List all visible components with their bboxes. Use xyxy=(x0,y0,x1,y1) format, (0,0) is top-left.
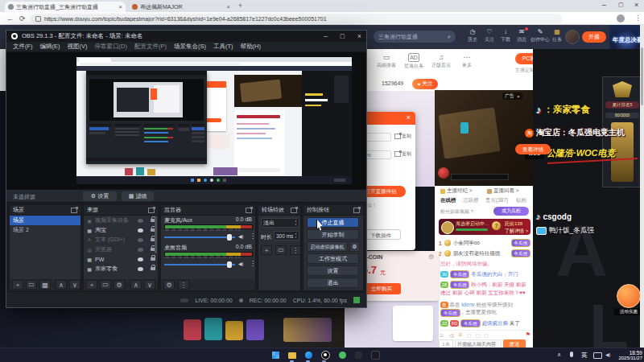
lock-icon[interactable] xyxy=(151,267,155,270)
chat-tab-vip[interactable]: 贵宾(387) xyxy=(485,197,508,204)
source-filters-button[interactable]: ▩ 滤镜 xyxy=(122,191,154,201)
remove-scene-button[interactable]: ▭ xyxy=(26,280,37,290)
tab-delta-live[interactable]: 三角洲行动直播_三角洲行动直播 × xyxy=(5,2,126,12)
source-row-text[interactable]: A 文本 (GDI+) xyxy=(84,235,158,245)
chat-input[interactable] xyxy=(455,339,502,348)
mixer-settings-button[interactable]: ⚙ xyxy=(163,280,175,290)
panel-icon[interactable]: ▢ xyxy=(476,332,481,338)
menu-scene-collection[interactable]: 场景集合(S) xyxy=(174,43,206,51)
menu-edit[interactable]: 编辑(E) xyxy=(40,43,60,51)
start-button[interactable] xyxy=(272,352,279,359)
source-row-snack[interactable]: ▦ 亲家零食 xyxy=(84,264,158,274)
obs-maximize-icon[interactable]: ▢ xyxy=(340,33,345,39)
go-live-button[interactable]: 开播 xyxy=(582,31,606,43)
file-explorer-icon[interactable] xyxy=(288,352,296,359)
source-up-button[interactable]: ∧ xyxy=(130,280,142,290)
slider-handle[interactable] xyxy=(227,234,232,241)
mixer-options-button[interactable]: ⋮ xyxy=(178,280,189,290)
clock[interactable]: 18:59 2025/11/27 xyxy=(615,350,642,361)
tab-budapest-major[interactable]: 布达佩斯MAJOR × xyxy=(129,2,233,12)
menu-profile[interactable]: 配置文件(P) xyxy=(134,43,167,51)
source-row-capture-device[interactable]: ▣ 视频采集设备 xyxy=(84,216,158,225)
stop-streaming-button[interactable]: 停止直播 xyxy=(307,217,359,228)
chat-link-agency[interactable]: 主播经纪 > xyxy=(440,187,473,195)
crown-icon[interactable]: ♕ xyxy=(458,331,463,338)
input-language[interactable]: 英 xyxy=(581,352,588,360)
app-icon[interactable] xyxy=(371,351,380,360)
toolbar-more[interactable]: ⋯ 更多 xyxy=(457,52,477,69)
mic-volume-slider[interactable] xyxy=(164,237,235,238)
toolbar-danmu[interactable]: ▭ 高级弹幕 xyxy=(375,52,398,69)
follow-button[interactable]: ♥ 关注 xyxy=(412,79,438,89)
virtual-camera-button[interactable]: 启动虚拟摄像机 xyxy=(307,241,348,252)
add-source-button[interactable]: + xyxy=(86,280,97,290)
desktop-mute-icon[interactable]: ◀) xyxy=(238,261,244,266)
transition-options-button[interactable]: ⋮ xyxy=(290,245,301,255)
toolbar-task[interactable]: AD 星海任务 xyxy=(402,52,425,70)
visibility-icon[interactable] xyxy=(138,219,143,223)
virtual-camera-settings-button[interactable]: ⚙ xyxy=(349,241,360,252)
studio-mode-button[interactable]: 工作室模式 xyxy=(307,253,359,264)
source-row-pw[interactable]: ▦ PW xyxy=(84,254,158,264)
scene-item-selected[interactable]: 场景 xyxy=(10,216,80,225)
popout-icon[interactable] xyxy=(148,208,155,213)
stepper-icons[interactable]: ∧∨ xyxy=(295,220,297,226)
window-minimize-icon[interactable]: – xyxy=(602,1,606,9)
chat-tab-diamond[interactable]: 钻粉 xyxy=(516,197,526,204)
remove-transition-button[interactable]: ▭ xyxy=(275,245,287,255)
send-button[interactable]: 发送 xyxy=(503,339,526,348)
speaker-icon[interactable]: ◁) xyxy=(448,332,454,338)
refresh-icon[interactable]: ⟳ xyxy=(19,14,26,23)
edge-browser-icon[interactable] xyxy=(305,352,312,359)
rank-row-2[interactable]: 2 朋友没有老特拉福德 冬瓜强 xyxy=(439,249,530,258)
menu-tools[interactable]: 工具(T) xyxy=(213,43,233,51)
ad-close-icon[interactable]: × xyxy=(517,94,520,99)
obs-taskbar-icon[interactable] xyxy=(321,351,330,360)
duration-input[interactable]: 300 ms ∧∨ xyxy=(274,231,299,241)
exit-button[interactable]: 退出 xyxy=(307,278,359,288)
rank-row-1[interactable]: 1 小金同学oo 冬瓜强 xyxy=(439,238,530,248)
scene-up-button[interactable]: ∧ xyxy=(56,280,67,290)
url-field[interactable]: https://www.douyu.com/topic/budapestmajo… xyxy=(31,14,562,23)
gcoin-buy-button[interactable]: 立即购买 xyxy=(362,283,401,294)
panel-icon[interactable]: ▢ xyxy=(484,332,489,338)
wechat-icon[interactable] xyxy=(339,352,346,359)
visibility-icon[interactable] xyxy=(138,267,143,271)
menu-file[interactable]: 文件(F) xyxy=(13,43,33,51)
source-properties-button[interactable]: ⚙ xyxy=(114,280,125,290)
source-row-browser[interactable]: ◍ 浏览器 xyxy=(84,245,158,254)
emoji-icon[interactable]: ☺ xyxy=(439,332,444,338)
back-icon[interactable]: ← xyxy=(6,14,14,23)
new-tab-button[interactable]: + xyxy=(238,2,242,10)
toolbar-music[interactable]: ♫ 正版音乐 xyxy=(430,52,452,69)
add-transition-button[interactable]: + xyxy=(261,245,272,255)
visibility-icon[interactable] xyxy=(138,248,143,252)
tab-close-icon[interactable]: × xyxy=(118,3,122,10)
settings-button[interactable]: 设置 xyxy=(307,265,359,276)
obs-titlebar[interactable]: OBS 29.1.3 - 配置文件: 未命名 - 场景: 未命名 – ▢ × xyxy=(6,31,366,42)
menu-view[interactable]: 视图(V) xyxy=(68,43,88,51)
window-close-icon[interactable]: × xyxy=(634,1,638,9)
popout-icon[interactable] xyxy=(246,208,252,213)
chat-link-replay[interactable]: 直播回看 > xyxy=(487,187,519,195)
add-scene-button[interactable]: + xyxy=(12,280,23,290)
source-settings-button[interactable]: ⚙ 设置 xyxy=(83,191,117,201)
visibility-icon[interactable] xyxy=(138,228,143,232)
stepper-icons[interactable]: ∧∨ xyxy=(295,232,297,239)
desktop-options-icon[interactable]: ⋮ xyxy=(250,260,256,267)
scene-filters-button[interactable]: ▩ xyxy=(39,280,51,290)
slider-handle[interactable] xyxy=(227,261,232,268)
mic-tray-icon[interactable] xyxy=(570,352,573,357)
douyu-nav-creator[interactable]: ✎ 创作中心 xyxy=(530,28,551,43)
source-row-taobao[interactable]: ▦ 淘宝 xyxy=(84,225,158,235)
douyu-nav-task[interactable]: ▦ 任务 xyxy=(550,28,564,43)
obs-preview[interactable] xyxy=(6,52,366,189)
douyu-nav-follow[interactable]: ♡ 关注 xyxy=(481,28,497,43)
desktop-volume-slider[interactable] xyxy=(164,264,235,265)
tab-close-icon[interactable]: × xyxy=(226,3,230,10)
ad-detail-button[interactable]: 查看详情 xyxy=(515,144,551,154)
transition-select[interactable]: 淡出 ∧∨ xyxy=(261,218,299,228)
douyu-search[interactable]: 三角洲行动直播 ⌕ xyxy=(374,31,456,43)
obs-minimize-icon[interactable]: – xyxy=(324,32,328,40)
remove-source-button[interactable]: ▭ xyxy=(100,280,111,290)
